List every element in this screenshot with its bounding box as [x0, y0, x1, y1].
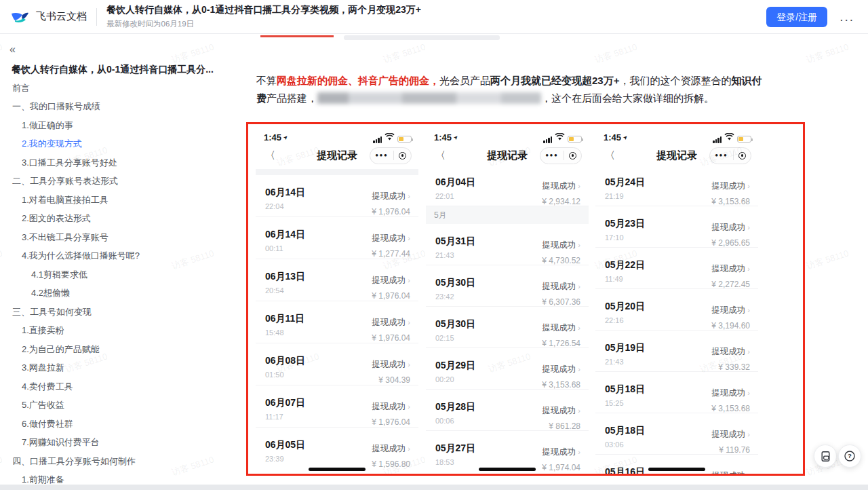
- outline-doc-title[interactable]: 餐饮人转行自媒体，从0-1通过抖音口播工具分...: [12, 64, 226, 76]
- miniprogram-capsule[interactable]: ●●●: [709, 147, 751, 164]
- withdraw-row[interactable]: 06月14日22:04提现成功›¥ 1,976.04: [256, 175, 418, 217]
- withdraw-row[interactable]: 05月19日21:43提现成功›¥ 339.32: [595, 331, 758, 372]
- row-amount: ¥ 1,596.80: [372, 459, 410, 469]
- outline-item[interactable]: 一、我的口播账号成绩: [0, 98, 234, 117]
- withdraw-row[interactable]: 05月20日22:16提现成功›¥ 3,194.60: [595, 289, 758, 331]
- outline-item[interactable]: 四、口播工具分享账号如何制作: [0, 452, 234, 471]
- withdraw-row[interactable]: 05月31日21:43提现成功›¥ 4,730.52: [426, 224, 589, 265]
- status-time: 1:45➤: [434, 132, 458, 143]
- withdraw-row[interactable]: 05月23日17:10提现成功›¥ 2,965.65: [595, 206, 758, 248]
- outline-item[interactable]: 7.网赚知识付费平台: [0, 434, 234, 453]
- withdraw-row[interactable]: 05月30日23:42提现成功›¥ 6,307.36: [426, 265, 589, 307]
- withdraw-row[interactable]: 06月04日22:01提现成功›¥ 2,934.12: [426, 165, 589, 206]
- withdraw-row[interactable]: 05月18日15:25提现成功›¥ 3,153.68: [595, 372, 758, 413]
- home-indicator: [648, 468, 705, 471]
- chevron-right-icon: ›: [578, 182, 580, 190]
- collapse-sidebar-icon[interactable]: «: [9, 43, 23, 56]
- withdraw-row[interactable]: 06月14日00:11提现成功›¥ 1,277.44: [256, 217, 418, 259]
- location-icon: ➤: [452, 133, 460, 140]
- withdraw-records-image[interactable]: 1:45➤〈提现记录●●●06月14日22:04提现成功›¥ 1,976.040…: [246, 122, 805, 476]
- status-time: 1:45➤: [604, 132, 628, 143]
- outline-item[interactable]: 1.直接卖粉: [0, 322, 234, 341]
- withdraw-row[interactable]: 06月11日15:48提现成功›¥ 1,976.04: [256, 301, 418, 343]
- row-right: 提现成功›¥ 1,974.04: [542, 445, 580, 472]
- paragraph-text: 光会员产品: [439, 75, 490, 86]
- withdraw-row[interactable]: 05月24日21:19提现成功›¥ 3,153.68: [595, 165, 758, 206]
- feedback-button[interactable]: [814, 445, 837, 468]
- back-icon[interactable]: 〈: [605, 149, 615, 162]
- chevron-right-icon: ›: [578, 365, 580, 373]
- outline-item[interactable]: 3.网盘拉新: [0, 359, 234, 378]
- previous-element-remnant: [344, 35, 500, 40]
- row-right: 提现成功›¥ 1,976.04: [372, 316, 410, 343]
- row-status: 提现成功›: [711, 221, 750, 233]
- more-menu-icon[interactable]: ...: [840, 14, 854, 20]
- withdraw-row[interactable]: 05月18日03:06提现成功›¥ 119.76: [595, 413, 758, 455]
- outline-list: 前言一、我的口播账号成绩1.做正确的事2.我的变现方式3.口播工具分享账号好处二…: [0, 79, 234, 485]
- more-icon: ●●●: [715, 153, 728, 158]
- bottom-scroll-strip[interactable]: [0, 485, 868, 490]
- month-band-partial: [256, 169, 418, 175]
- chevron-right-icon: ›: [747, 306, 750, 314]
- row-status-label: 提现成功: [542, 323, 576, 333]
- doc-title: 餐饮人转行自媒体，从0-1通过抖音口播工具分享类视频，两个月变现23万+: [106, 4, 421, 16]
- row-status: 提现成功›: [711, 428, 750, 440]
- doc-content: 不算网盘拉新的佣金、抖音广告的佣金，光会员产品两个月我就已经变现超23万+，我们…: [234, 34, 868, 485]
- outline-item[interactable]: 4.卖付费工具: [0, 377, 234, 396]
- withdraw-row[interactable]: 05月30日02:15提现成功›¥ 1,726.54: [426, 307, 589, 348]
- outline-item[interactable]: 2.为自己的产品赋能: [0, 340, 234, 359]
- row-right: 提现成功›¥ 4,730.52: [542, 238, 580, 265]
- row-status: 提现成功›: [372, 274, 410, 286]
- withdraw-row[interactable]: 05月22日11:49提现成功›¥ 2,272.45: [595, 248, 758, 289]
- outline-item[interactable]: 1.前期准备: [0, 471, 234, 485]
- outline-item[interactable]: 2.我的变现方式: [0, 135, 234, 154]
- miniprogram-capsule[interactable]: ●●●: [370, 147, 412, 164]
- paragraph-text: 产品搭建，: [267, 92, 317, 104]
- withdraw-row[interactable]: 06月07日11:17提现成功›¥ 1,976.04: [256, 385, 418, 428]
- help-button[interactable]: ?: [838, 445, 861, 468]
- withdraw-row[interactable]: 06月08日01:50提现成功›¥ 304.39: [256, 343, 418, 385]
- outline-item[interactable]: 6.做付费社群: [0, 415, 234, 434]
- row-status-label: 提现成功: [711, 305, 745, 315]
- login-register-button[interactable]: 登录/注册: [766, 7, 827, 27]
- withdraw-row[interactable]: 06月05日23:39提现成功›¥ 1,596.80: [256, 428, 418, 470]
- outline-item[interactable]: 2.图文的表达形式: [0, 210, 234, 229]
- back-icon[interactable]: 〈: [435, 149, 446, 162]
- row-amount: ¥ 1,976.04: [372, 207, 410, 216]
- withdraw-row[interactable]: 05月28日00:06提现成功›¥ 861.28: [426, 390, 589, 431]
- row-status: 提现成功›: [542, 280, 580, 293]
- status-time-value: 1:45: [434, 132, 452, 143]
- close-target-icon: [738, 152, 746, 159]
- wifi-icon: [555, 131, 565, 143]
- outline-item[interactable]: 1.对着电脑直接拍工具: [0, 191, 234, 210]
- status-time-value: 1:45: [604, 132, 621, 143]
- chevron-right-icon: ›: [747, 182, 750, 190]
- row-status: 提现成功›: [542, 445, 580, 458]
- row-right: 提现成功›¥ 2,965.65: [711, 221, 750, 248]
- back-icon[interactable]: 〈: [265, 149, 275, 162]
- outline-item[interactable]: 4.1剪辑要求低: [0, 265, 234, 284]
- outline-item[interactable]: 4.2想偷懒: [0, 284, 234, 303]
- outline-item[interactable]: 5.广告收益: [0, 396, 234, 415]
- outline-item[interactable]: 4.我为什么选择做口播账号呢?: [0, 247, 234, 266]
- outline-item[interactable]: 3.不出镜工具分享账号: [0, 228, 234, 247]
- row-status-label: 提现成功: [372, 444, 406, 453]
- row-status-label: 提现成功: [711, 181, 745, 191]
- outline-item[interactable]: 1.做正确的事: [0, 116, 234, 135]
- logo-wrap[interactable]: 飞书云文档: [0, 7, 87, 27]
- outline-item[interactable]: 二、工具分享账号表达形式: [0, 172, 234, 191]
- miniprogram-capsule[interactable]: ●●●: [540, 147, 582, 164]
- chevron-right-icon: ›: [408, 360, 410, 369]
- outline-item[interactable]: 3.口播工具分享账号好处: [0, 153, 234, 172]
- body-paragraph: 不算网盘拉新的佣金、抖音广告的佣金，光会员产品两个月我就已经变现超23万+，我们…: [256, 72, 770, 107]
- withdraw-row[interactable]: 05月29日00:20提现成功›¥ 3,153.68: [426, 348, 589, 390]
- status-icons: [373, 131, 412, 143]
- status-time-value: 1:45: [264, 132, 281, 143]
- outline-item[interactable]: 前言: [0, 79, 234, 98]
- withdraw-row[interactable]: 05月27日18:53提现成功›¥ 1,974.04: [426, 431, 589, 472]
- row-status-label: 提现成功: [372, 402, 406, 411]
- feishu-logo-icon: [9, 7, 30, 27]
- outline-item[interactable]: 三、工具号如何变现: [0, 303, 234, 322]
- withdraw-row[interactable]: 06月13日20:54提现成功›¥ 1,976.04: [256, 259, 418, 301]
- chevron-right-icon: ›: [578, 407, 580, 415]
